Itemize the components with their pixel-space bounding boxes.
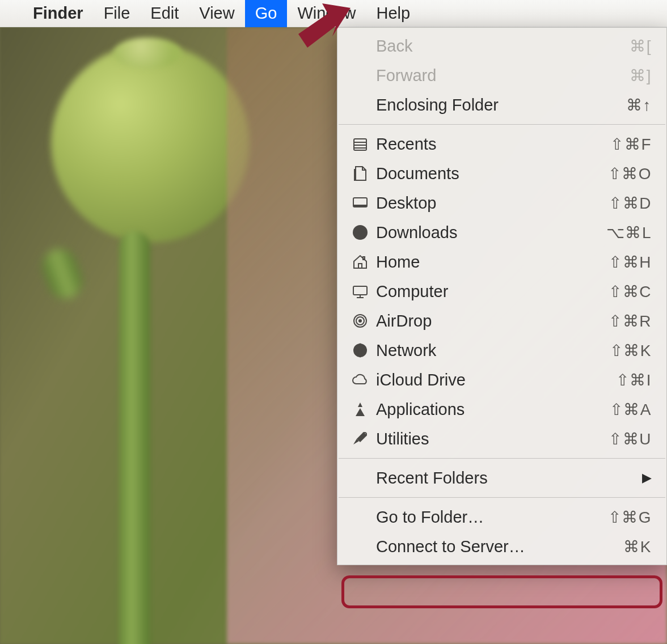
menu-forward: Forward ⌘] [337,61,666,90]
menu-go-to-folder[interactable]: Go to Folder… ⇧⌘G [337,502,666,532]
svg-rect-8 [358,264,362,268]
svg-rect-6 [353,205,367,207]
menu-applications[interactable]: Applications ⇧⌘A [337,395,666,424]
menu-home[interactable]: Home ⇧⌘H [337,247,666,277]
menu-enclosing-shortcut: ⌘↑ [584,96,652,115]
menu-recent-folders[interactable]: Recent Folders ▶ [337,463,666,493]
documents-icon [348,164,373,183]
menu-network[interactable]: Network ⇧⌘K [337,336,666,365]
menubar-go[interactable]: Go [245,0,288,27]
menu-icloud[interactable]: iCloud Drive ⇧⌘I [337,365,666,395]
menu-separator [339,458,665,459]
menu-back-label: Back [373,37,584,56]
computer-icon [348,282,373,300]
menu-separator [339,124,665,125]
submenu-arrow-icon: ▶ [642,471,652,485]
svg-point-16 [353,344,367,357]
menu-enclosing-label: Enclosing Folder [373,96,584,115]
menu-back-shortcut: ⌘[ [584,37,652,56]
utilities-icon [348,430,373,448]
menu-downloads[interactable]: Downloads ⌥⌘L [337,218,666,247]
menubar-view[interactable]: View [189,0,244,27]
menu-enclosing-folder[interactable]: Enclosing Folder ⌘↑ [337,90,666,120]
menu-recents[interactable]: Recents ⇧⌘F [337,129,666,159]
menubar-help[interactable]: Help [366,0,421,27]
menu-desktop[interactable]: Desktop ⇧⌘D [337,188,666,218]
svg-rect-9 [363,257,365,260]
network-icon [348,341,373,359]
applications-icon [348,400,373,418]
desktop-icon [348,194,373,212]
airdrop-icon [348,312,373,330]
menubar: Finder File Edit View Go Window Help [0,0,667,27]
menu-connect-to-server[interactable]: Connect to Server… ⌘K [337,532,666,561]
menubar-file[interactable]: File [94,0,141,27]
downloads-icon [348,223,373,242]
menu-airdrop[interactable]: AirDrop ⇧⌘R [337,306,666,336]
home-icon [348,253,373,271]
svg-rect-10 [353,286,367,295]
menu-documents[interactable]: Documents ⇧⌘O [337,159,666,188]
icloud-icon [348,371,373,389]
svg-point-13 [358,319,362,323]
menu-back: Back ⌘[ [337,31,666,61]
go-menu-dropdown: Back ⌘[ Forward ⌘] Enclosing Folder ⌘↑ R… [337,27,667,565]
menu-utilities[interactable]: Utilities ⇧⌘U [337,424,666,454]
menubar-window[interactable]: Window [287,0,366,27]
menubar-app-name[interactable]: Finder [23,0,94,27]
menu-forward-label: Forward [373,66,584,85]
menu-computer[interactable]: Computer ⇧⌘C [337,277,666,306]
recents-icon [348,135,373,153]
menubar-edit[interactable]: Edit [140,0,189,27]
menu-separator [339,497,665,498]
menu-forward-shortcut: ⌘] [584,66,652,85]
